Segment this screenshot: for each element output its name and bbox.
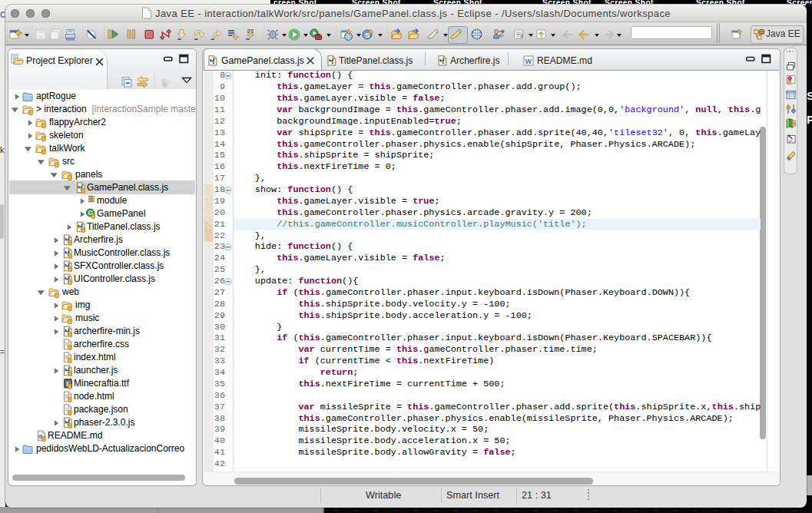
svg-text:W: W bbox=[525, 58, 532, 65]
